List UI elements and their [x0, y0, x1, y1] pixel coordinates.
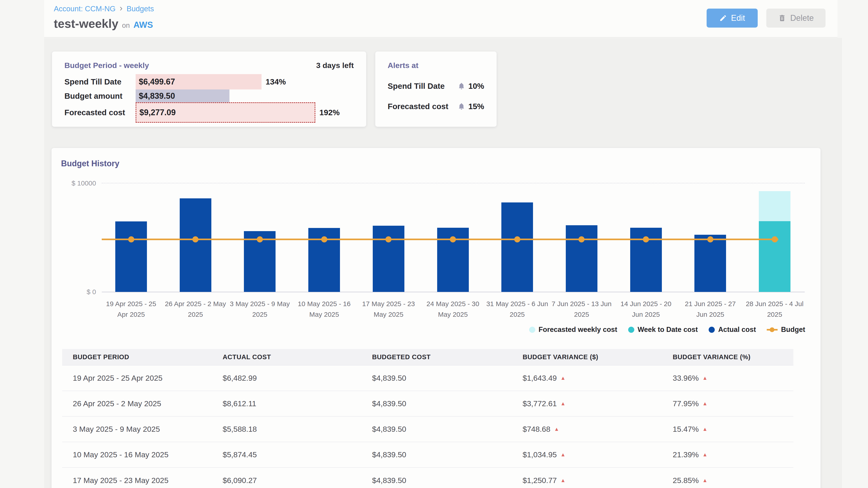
legend-item-budget[interactable]: Budget [767, 326, 805, 334]
up-arrow-icon: ▲ [702, 477, 708, 483]
x-axis-label: 17 May 2025 - 23 May 2025 [352, 299, 425, 320]
legend-item-forecasted[interactable]: Forecasted weekly cost [529, 326, 617, 334]
budget-point [450, 236, 456, 242]
budget-period-cell: 26 Apr 2025 - 2 May 2025 [62, 391, 223, 416]
budget-period-card-header: Budget Period - weekly 3 days left [64, 61, 354, 70]
budget-point [579, 236, 585, 242]
budget-amount-row: Budget amount $4,839.50 [64, 90, 360, 102]
alerts-card: Alerts at Spend Till Date 10% Forecasted… [375, 52, 497, 127]
budget-point [385, 236, 392, 242]
up-arrow-icon: ▲ [702, 426, 708, 432]
pencil-icon [719, 14, 727, 22]
budget-point [514, 236, 520, 242]
budget-line-swatch [767, 329, 778, 330]
legend-item-actual[interactable]: Actual cost [709, 326, 756, 334]
budget-period-cell: 10 May 2025 - 16 May 2025 [62, 442, 223, 467]
table-header-row: BUDGET PERIODACTUAL COSTBUDGETED COSTBUD… [62, 349, 794, 365]
actual-cost-cell: $6,090.27 [223, 467, 372, 488]
up-arrow-icon: ▲ [702, 452, 708, 457]
budget-period-cell: 19 Apr 2025 - 25 Apr 2025 [62, 365, 223, 391]
budget-variance-usd-cell: $748.68▲ [523, 416, 673, 442]
edit-button[interactable]: Edit [707, 8, 758, 28]
budget-variance-usd-cell: $3,772.61▲ [523, 391, 673, 416]
legend-label-actual: Actual cost [718, 326, 756, 334]
y-axis-max-label: $ 10000 [60, 180, 96, 187]
chevron-right-icon: › [120, 4, 123, 12]
budgeted-cost-cell: $4,839.50 [372, 442, 523, 467]
budget-variance-pct-cell: 21.39%▲ [673, 442, 794, 467]
alert-forecast-percent: 15% [468, 102, 484, 111]
budget-variance-usd-cell: $1,250.77▲ [523, 467, 673, 488]
forecasted-cost-value: $9,277.09 [140, 108, 176, 117]
actual-cost-cell: $8,612.11 [223, 391, 372, 416]
actual-cost-bar [501, 202, 533, 292]
spend-till-date-bar: $6,499.67 [135, 74, 261, 90]
budgeted-cost-cell: $4,839.50 [372, 467, 523, 488]
bell-icon [458, 83, 465, 90]
x-axis-label: 26 Apr 2025 - 2 May 2025 [159, 299, 232, 320]
column-header: BUDGET VARIANCE (%) [673, 349, 794, 365]
forecasted-cost-bar: $9,277.09 [135, 102, 315, 123]
bell-icon [458, 103, 465, 110]
up-arrow-icon: ▲ [554, 426, 559, 432]
budget-point [257, 236, 263, 242]
budgeted-cost-cell: $4,839.50 [372, 416, 523, 442]
delete-button[interactable]: Delete [766, 8, 826, 28]
actual-cost-cell: $6,482.99 [223, 365, 372, 391]
up-arrow-icon: ▲ [560, 400, 565, 406]
actual-cost-cell: $5,588.18 [223, 416, 372, 442]
budget-period-cell: 17 May 2025 - 23 May 2025 [62, 467, 223, 488]
x-axis-label: 21 Jun 2025 - 27 Jun 2025 [674, 299, 746, 320]
up-arrow-icon: ▲ [560, 477, 565, 483]
table-row: 26 Apr 2025 - 2 May 2025$8,612.11$4,839.… [62, 391, 794, 416]
column-header: ACTUAL COST [223, 349, 372, 365]
budget-history-table: BUDGET PERIODACTUAL COSTBUDGETED COSTBUD… [62, 349, 794, 488]
budget-amount-label: Budget amount [64, 92, 135, 101]
breadcrumb-budgets-link[interactable]: Budgets [127, 4, 154, 13]
alerts-title: Alerts at [388, 61, 418, 70]
budget-point [321, 236, 327, 242]
forecasted-weekly-cost-swatch [529, 327, 535, 333]
budget-point [772, 236, 778, 242]
budget-point [192, 236, 198, 242]
legend-item-week-to-date[interactable]: Week to Date cost [628, 326, 698, 334]
up-arrow-icon: ▲ [702, 400, 708, 406]
budgeted-cost-cell: $4,839.50 [372, 365, 523, 391]
budget-point [707, 236, 713, 242]
spend-till-date-row: Spend Till Date $6,499.67 134% [64, 74, 360, 90]
budget-point [643, 236, 649, 242]
title-row: test-weekly on AWS [54, 17, 153, 31]
budget-variance-usd-cell: $1,643.49▲ [523, 365, 673, 391]
budget-history-card: Budget History $ 10000 $ 0 19 Apr 2025 -… [52, 148, 820, 488]
column-header: BUDGET VARIANCE ($) [523, 349, 673, 365]
edit-button-label: Edit [731, 13, 745, 23]
column-header: BUDGET PERIOD [62, 349, 223, 365]
x-axis-label: 7 Jun 2025 - 13 Jun 2025 [546, 299, 618, 320]
week-to-date-cost-swatch [628, 327, 634, 333]
spend-till-date-label: Spend Till Date [64, 77, 135, 86]
chart-legend: Forecasted weekly cost Week to Date cost… [529, 326, 805, 334]
actual-cost-bar [566, 225, 597, 292]
legend-label-budget: Budget [781, 326, 805, 334]
gridline-top [102, 183, 805, 184]
breadcrumb-account-link[interactable]: Account: CCM-NG [54, 4, 116, 13]
legend-label-week-to-date: Week to Date cost [638, 326, 698, 334]
budget-period-card: Budget Period - weekly 3 days left Spend… [52, 52, 366, 127]
budget-period-rows: Spend Till Date $6,499.67 134% Budget am… [64, 74, 360, 123]
title-on-label: on [122, 22, 130, 30]
up-arrow-icon: ▲ [560, 452, 565, 457]
trash-icon [778, 14, 786, 22]
budget-variance-pct-cell: 15.47%▲ [673, 416, 794, 442]
x-axis-label: 31 May 2025 - 6 Jun 2025 [481, 299, 553, 320]
budget-variance-pct-cell: 33.96%▲ [673, 365, 794, 391]
delete-button-label: Delete [790, 13, 814, 23]
page-title: test-weekly [54, 17, 119, 31]
budget-history-chart: $ 10000 $ 0 19 Apr 2025 - 25 Apr 202526 … [102, 183, 805, 292]
page-header: Account: CCM-NG › Budgets test-weekly on… [44, 0, 837, 37]
budget-variance-pct-cell: 25.85%▲ [673, 467, 794, 488]
budget-history-title: Budget History [61, 159, 119, 168]
y-axis-min-label: $ 0 [60, 288, 96, 296]
budget-period-cell: 3 May 2025 - 9 May 2025 [62, 416, 223, 442]
budget-amount-bar: $4,839.50 [135, 90, 229, 102]
table-row: 17 May 2025 - 23 May 2025$6,090.27$4,839… [62, 467, 794, 488]
